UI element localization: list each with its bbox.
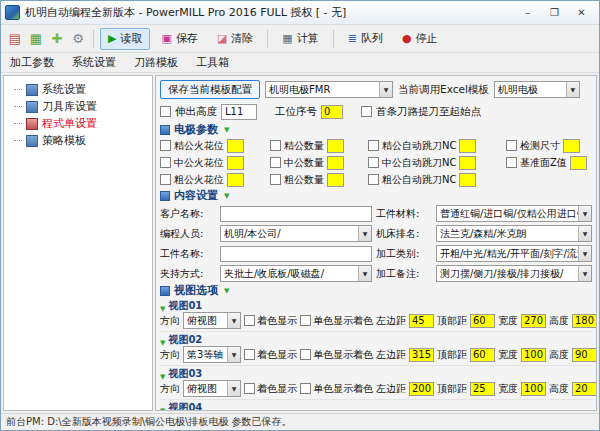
machining-note-select[interactable]: 测刀摆/侧刀/接极/排刀接极/ [436,265,592,282]
collapse-arrow-icon[interactable] [160,296,165,315]
electrode-option[interactable]: 粗公自动跳刀NC [368,172,506,187]
content-section-header[interactable]: 内容设置 [160,188,592,203]
mono-shaded-option[interactable]: 单色显示着色 [300,348,373,362]
shaded-display-option[interactable]: 着色显示 [244,382,297,396]
electrode-option[interactable]: 精公火花位 [160,138,270,153]
excel-template-select[interactable]: 机明电极 [494,81,580,98]
tree-item-system-settings[interactable]: 系统设置 [7,81,149,98]
checkbox[interactable] [244,349,255,360]
machine-rank-select[interactable]: 法兰克/森精/米克朗 [436,225,592,242]
checkbox[interactable] [368,140,379,151]
checkbox[interactable] [244,315,255,326]
left-margin-input[interactable] [409,348,434,362]
programmer-select[interactable]: 机明/本公司/ [220,225,372,242]
toolpath-icon[interactable]: ▦ [27,30,45,48]
tree-item-strategy-template[interactable]: 策略模板 [7,132,149,149]
template-select[interactable]: 机明电极FMR [265,81,393,98]
mono-shaded-option[interactable]: 单色显示着色 [300,382,373,396]
top-margin-input[interactable] [470,382,495,396]
station-number-input[interactable] [321,105,343,119]
electrode-option[interactable]: 中公自动跳刀NC [368,155,506,170]
top-margin-input[interactable] [470,314,495,328]
menu-item-toolbox[interactable]: 工具箱 [196,55,229,70]
electrode-option[interactable]: 基准面Z值 [506,155,592,170]
option-value-input[interactable] [570,156,587,170]
option-value-input[interactable] [227,173,244,187]
customer-name-input[interactable] [220,206,372,222]
calculate-button[interactable]: ▦ 计算 [274,28,326,50]
checkbox[interactable] [300,383,311,394]
collapse-arrow-icon[interactable] [160,398,165,411]
maximize-button[interactable]: ❐ [541,4,568,22]
first-toolpath-retract-checkbox[interactable] [361,106,372,117]
option-value-input[interactable] [227,156,244,170]
shaded-display-option[interactable]: 着色显示 [244,348,297,362]
workpiece-name-input[interactable] [220,246,372,262]
option-value-input[interactable] [327,173,344,187]
checkbox[interactable] [506,157,517,168]
extend-height-checkbox[interactable] [160,106,171,117]
stop-button[interactable]: ● 停止 [394,28,446,50]
machining-type-select[interactable]: 开粗/中光/精光/开平面/刻字/流道/ [436,245,592,262]
menu-item-toolpath-template[interactable]: 刀路模板 [134,55,178,70]
option-value-input[interactable] [459,173,476,187]
read-button[interactable]: ▶ 读取 [100,28,150,50]
view-direction-select[interactable]: 第3等轴 [183,346,241,363]
checkbox[interactable] [300,349,311,360]
checkbox[interactable] [368,157,379,168]
checkbox[interactable] [244,383,255,394]
height-input[interactable] [572,314,597,328]
save-button[interactable]: ▣ 保存 [153,28,205,50]
width-input[interactable] [521,382,546,396]
option-value-input[interactable] [459,139,476,153]
checkbox[interactable] [270,140,281,151]
add-icon[interactable]: ✚ [48,30,66,48]
option-value-input[interactable] [563,139,580,153]
checkbox[interactable] [160,140,171,151]
view-direction-select[interactable]: 俯视图 [183,312,241,329]
checkbox[interactable] [506,140,517,151]
views-section-header[interactable]: 视图选项 [160,283,592,298]
model-icon[interactable]: ▤ [6,30,24,48]
electrode-option[interactable]: 中公火花位 [160,155,270,170]
checkbox[interactable] [160,174,171,185]
view-direction-select[interactable]: 俯视图 [183,380,241,397]
width-input[interactable] [521,314,546,328]
left-margin-input[interactable] [409,382,434,396]
minimize-button[interactable]: – [514,4,541,22]
electrode-option[interactable]: 粗公数量 [270,172,368,187]
shaded-display-option[interactable]: 着色显示 [244,314,297,328]
height-input[interactable] [572,348,597,362]
option-value-input[interactable] [227,139,244,153]
electrode-section-header[interactable]: 电极参数 [160,122,592,137]
checkbox[interactable] [368,174,379,185]
top-margin-input[interactable] [470,348,495,362]
clamping-method-select[interactable]: 夹批土/收底板/吸磁盘/ [220,265,372,282]
queue-button[interactable]: ≣ 队列 [340,28,391,50]
checkbox[interactable] [300,315,311,326]
extend-height-input[interactable] [221,104,257,120]
electrode-option[interactable]: 检测尺寸 [506,138,592,153]
save-template-config-button[interactable]: 保存当前模板配置 [160,80,260,99]
mono-shaded-option[interactable]: 单色显示着色 [300,314,373,328]
settings-gear-icon[interactable]: ⚙ [69,30,87,48]
width-input[interactable] [521,348,546,362]
option-value-input[interactable] [459,156,476,170]
electrode-option[interactable]: 精公数量 [270,138,368,153]
option-value-input[interactable] [327,156,344,170]
electrode-option[interactable]: 中公数量 [270,155,368,170]
checkbox[interactable] [270,174,281,185]
tree-item-program-sheet-settings[interactable]: 程式单设置 [7,115,149,132]
height-input[interactable] [572,382,597,396]
menu-item-machining-params[interactable]: 加工参数 [10,55,54,70]
clear-button[interactable]: ◪ 清除 [209,28,261,50]
electrode-option[interactable]: 粗公火花位 [160,172,270,187]
checkbox[interactable] [270,157,281,168]
collapse-arrow-icon[interactable] [160,364,165,383]
electrode-option[interactable]: 精公自动跳刀NC [368,138,506,153]
close-button[interactable]: ✕ [568,4,595,22]
collapse-arrow-icon[interactable] [160,330,165,349]
left-margin-input[interactable] [409,314,434,328]
menu-item-system-settings[interactable]: 系统设置 [72,55,116,70]
option-value-input[interactable] [327,139,344,153]
